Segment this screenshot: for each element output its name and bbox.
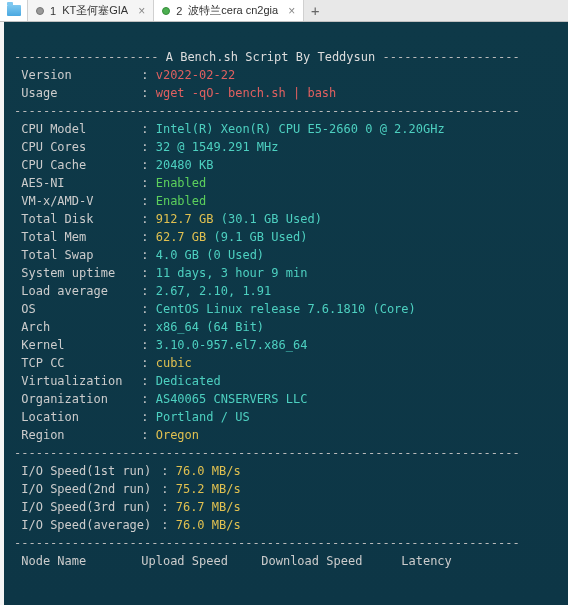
- folder-button[interactable]: [0, 0, 28, 21]
- value-uptime: 11 days, 3 hour 9 min: [156, 266, 308, 280]
- col-upload: Upload Speed: [141, 552, 261, 570]
- label-uptime: System uptime: [21, 264, 141, 282]
- label-version: Version: [21, 66, 141, 84]
- note-total-swap: (0 Used): [206, 248, 264, 262]
- label-os: OS: [21, 300, 141, 318]
- label-cpu-cache: CPU Cache: [21, 156, 141, 174]
- value-cpu-model: Intel(R) Xeon(R) CPU E5-2660 0 @ 2.20GHz: [156, 122, 445, 136]
- label-location: Location: [21, 408, 141, 426]
- label-cpu-cores: CPU Cores: [21, 138, 141, 156]
- label-kernel: Kernel: [21, 336, 141, 354]
- close-icon[interactable]: ×: [288, 4, 295, 18]
- note-arch: (64 Bit): [206, 320, 264, 334]
- label-total-swap: Total Swap: [21, 246, 141, 264]
- divider: ----------------------------------------…: [14, 104, 520, 118]
- label-org: Organization: [21, 390, 141, 408]
- value-io2: 75.2 MB/s: [176, 482, 241, 496]
- divider: ----------------------------------------…: [14, 536, 520, 550]
- label-io3: I/O Speed(3rd run): [21, 498, 161, 516]
- label-load-avg: Load average: [21, 282, 141, 300]
- tab-bar: 1 KT圣何塞GIA × 2 波特兰cera cn2gia × +: [0, 0, 568, 22]
- label-io1: I/O Speed(1st run): [21, 462, 161, 480]
- tab-index: 2: [176, 5, 182, 17]
- col-download: Download Speed: [261, 552, 401, 570]
- label-io2: I/O Speed(2nd run): [21, 480, 161, 498]
- value-version: v2022-02-22: [156, 68, 235, 82]
- label-ioavg: I/O Speed(average): [21, 516, 161, 534]
- value-org: AS40065 CNSERVERS LLC: [156, 392, 308, 406]
- divider: -------------------: [375, 50, 520, 64]
- label-tcp-cc: TCP CC: [21, 354, 141, 372]
- value-io3: 76.7 MB/s: [176, 500, 241, 514]
- tab-2[interactable]: 2 波特兰cera cn2gia ×: [154, 0, 304, 21]
- label-arch: Arch: [21, 318, 141, 336]
- label-total-disk: Total Disk: [21, 210, 141, 228]
- status-dot-inactive: [36, 7, 44, 15]
- note-total-disk: (30.1 GB Used): [221, 212, 322, 226]
- status-dot-active: [162, 7, 170, 15]
- add-tab-button[interactable]: +: [304, 0, 326, 21]
- label-vmx: VM-x/AMD-V: [21, 192, 141, 210]
- value-region: Oregon: [156, 428, 199, 442]
- value-aes-ni: Enabled: [156, 176, 207, 190]
- value-usage: wget -qO- bench.sh | bash: [156, 86, 337, 100]
- label-usage: Usage: [21, 84, 141, 102]
- col-node: Node Name: [21, 552, 141, 570]
- value-cpu-cache: 20480 KB: [156, 158, 214, 172]
- value-tcp-cc: cubic: [156, 356, 192, 370]
- value-io1: 76.0 MB/s: [176, 464, 241, 478]
- value-load-avg: 2.67, 2.10, 1.91: [156, 284, 272, 298]
- tab-label: KT圣何塞GIA: [62, 3, 128, 18]
- value-total-swap: 4.0 GB: [156, 248, 199, 262]
- label-region: Region: [21, 426, 141, 444]
- label-virt: Virtualization: [21, 372, 141, 390]
- terminal-output[interactable]: -------------------- A Bench.sh Script B…: [0, 22, 568, 605]
- label-total-mem: Total Mem: [21, 228, 141, 246]
- value-total-mem: 62.7 GB: [156, 230, 207, 244]
- label-aes-ni: AES-NI: [21, 174, 141, 192]
- tab-label: 波特兰cera cn2gia: [188, 3, 278, 18]
- value-vmx: Enabled: [156, 194, 207, 208]
- note-total-mem: (9.1 GB Used): [214, 230, 308, 244]
- value-location: Portland / US: [156, 410, 250, 424]
- value-total-disk: 912.7 GB: [156, 212, 214, 226]
- col-latency: Latency: [401, 552, 452, 570]
- value-kernel: 3.10.0-957.el7.x86_64: [156, 338, 308, 352]
- value-arch: x86_64: [156, 320, 199, 334]
- divider: --------------------: [14, 50, 166, 64]
- value-ioavg: 76.0 MB/s: [176, 518, 241, 532]
- value-cpu-cores: 32 @ 1549.291 MHz: [156, 140, 279, 154]
- tab-index: 1: [50, 5, 56, 17]
- script-title: A Bench.sh Script By Teddysun: [166, 50, 376, 64]
- value-virt: Dedicated: [156, 374, 221, 388]
- divider: ----------------------------------------…: [14, 446, 520, 460]
- label-cpu-model: CPU Model: [21, 120, 141, 138]
- folder-icon: [7, 5, 21, 16]
- close-icon[interactable]: ×: [138, 4, 145, 18]
- tab-1[interactable]: 1 KT圣何塞GIA ×: [28, 0, 154, 21]
- value-os: CentOS Linux release 7.6.1810 (Core): [156, 302, 416, 316]
